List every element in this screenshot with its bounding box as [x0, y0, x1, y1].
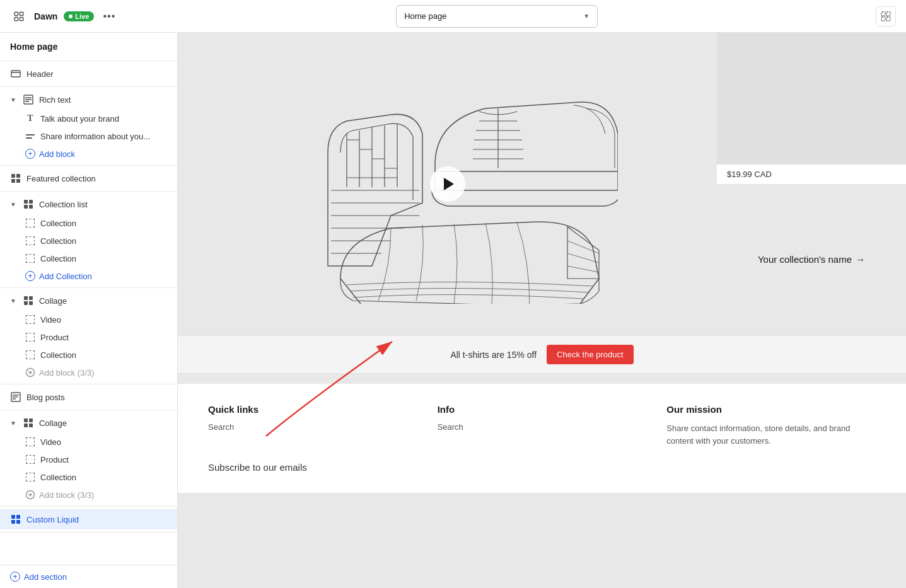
sidebar-child-video-2[interactable]: Video: [0, 433, 177, 451]
play-button[interactable]: [430, 166, 465, 202]
sidebar-item-header[interactable]: Header: [0, 64, 177, 84]
square-icon: [25, 350, 35, 360]
sidebar-item-label: Header: [26, 69, 54, 79]
sidebar-item-collage-2[interactable]: ▼ Collage: [0, 413, 177, 433]
svg-line-47: [567, 266, 599, 272]
plus-gray-icon: [25, 367, 35, 378]
sidebar-item-label: Blog posts: [26, 393, 65, 402]
square-icon: [25, 454, 35, 464]
sidebar-child-collection-c[interactable]: Collection: [0, 346, 177, 364]
sidebar-item-collage-1[interactable]: ▼ Collage: [0, 291, 177, 311]
arrow-icon: →: [856, 254, 865, 265]
text-t-icon: T: [25, 113, 35, 124]
sidebar-child-video[interactable]: Video: [0, 311, 177, 328]
collection-list-icon: [23, 199, 34, 210]
svg-rect-2: [15, 17, 18, 20]
add-section-button[interactable]: + Add section: [0, 565, 177, 588]
sidebar-item-featured-collection[interactable]: Featured collection: [0, 168, 177, 188]
sidebar-item-label: Custom Liquid: [26, 515, 79, 524]
sidebar-child-label: Collection: [40, 254, 76, 263]
lines-icon: [25, 131, 35, 141]
topbar-left: Dawn Live •••: [10, 8, 118, 25]
divider: [0, 384, 177, 384]
collection-name-text: Your collection's name: [758, 254, 852, 265]
square-icon: [25, 437, 35, 447]
sidebar-child-collection-1[interactable]: Collection: [0, 214, 177, 232]
square-icon: [25, 218, 35, 228]
sidebar-item-label: Collage: [39, 418, 67, 428]
footer-col-info: Info Search: [438, 404, 647, 447]
footer-mission-text: Share contact information, store details…: [666, 422, 876, 447]
square-icon: [25, 332, 35, 342]
divider: [0, 86, 177, 87]
footer-col-title-quick-links: Quick links: [208, 404, 417, 415]
grid-view-button[interactable]: [876, 6, 896, 26]
sidebar-child-label: Share information about you...: [40, 132, 150, 141]
sidebar-child-product-2[interactable]: Product: [0, 451, 177, 468]
collection-name-link[interactable]: Your collection's name →: [758, 254, 865, 265]
sidebar-child-collection-2[interactable]: Collection: [0, 232, 177, 250]
sidebar-child-collection-c2[interactable]: Collection: [0, 468, 177, 486]
svg-rect-3: [20, 17, 23, 20]
sidebar-child-product[interactable]: Product: [0, 328, 177, 346]
svg-rect-4: [881, 12, 885, 16]
footer-link-search-2[interactable]: Search: [438, 422, 647, 432]
add-block-label: Add block: [39, 149, 75, 159]
collage-product-image: [717, 33, 906, 164]
more-icon: •••: [103, 11, 115, 22]
live-badge: Live: [64, 11, 94, 21]
collage-icon: [23, 295, 34, 306]
expand-arrow: ▼: [10, 297, 16, 304]
preview-container: $19.99 CAD Your collection's name → All …: [178, 33, 906, 493]
sidebar-item-rich-text[interactable]: ▼ Rich text: [0, 89, 177, 110]
sidebar-child-label: Talk about your brand: [40, 114, 119, 124]
custom-liquid-icon: [10, 514, 21, 525]
sidebar-child-label: Product: [40, 333, 69, 342]
sidebar-child-label: Collection: [40, 350, 76, 360]
page-selector[interactable]: Home page ▼: [396, 5, 598, 28]
sidebar: Home page Header ▼: [0, 33, 178, 588]
divider: [0, 165, 177, 166]
sidebar-item-collection-list[interactable]: ▼ Collection list: [0, 194, 177, 214]
sidebar-child-label: Product: [40, 455, 69, 464]
divider: [0, 191, 177, 192]
live-dot: [69, 14, 73, 18]
footer-section: Quick links Search Info Search Our missi…: [178, 384, 906, 493]
footer-col-title-mission: Our mission: [666, 404, 876, 415]
svg-rect-6: [881, 17, 885, 21]
sidebar-item-custom-liquid[interactable]: Custom Liquid: [0, 509, 177, 529]
divider: [0, 61, 177, 61]
rich-text-icon: [23, 94, 34, 105]
price-text: $19.99 CAD: [727, 170, 772, 179]
svg-rect-8: [11, 71, 20, 77]
sidebar-item-label: Featured collection: [26, 174, 96, 183]
sidebar-item-blog-posts[interactable]: Blog posts: [0, 387, 177, 407]
check-product-button[interactable]: Check the product: [547, 345, 634, 364]
main-layout: Home page Header ▼: [0, 33, 906, 588]
live-label: Live: [75, 13, 89, 20]
plus-icon: +: [25, 271, 35, 281]
more-button[interactable]: •••: [100, 8, 118, 25]
sidebar-child-share-info[interactable]: Share information about you...: [0, 127, 177, 145]
header-icon: [10, 68, 21, 79]
sidebar-child-talk-brand[interactable]: T Talk about your brand: [0, 110, 177, 127]
footer-grid: Quick links Search Info Search Our missi…: [208, 404, 876, 447]
sidebar-item-label: Collage: [39, 296, 67, 306]
add-section-label: Add section: [24, 572, 67, 582]
divider: [0, 287, 177, 288]
sidebar-child-collection-3[interactable]: Collection: [0, 250, 177, 267]
add-collection-label: Add Collection: [39, 272, 92, 281]
topbar: Dawn Live ••• Home page ▼: [0, 0, 906, 33]
footer-link-search-1[interactable]: Search: [208, 422, 417, 432]
square-icon: [25, 236, 35, 246]
square-icon: [25, 253, 35, 263]
footer-col-title-info: Info: [438, 404, 647, 415]
back-button[interactable]: [10, 8, 28, 25]
announcement-bar: All t-shirts are 15% off Check the produ…: [178, 335, 906, 374]
add-block-collage2-disabled: Add block (3/3): [0, 486, 177, 504]
add-collection-button[interactable]: + Add Collection: [0, 267, 177, 285]
collage-2-icon: [23, 417, 34, 429]
add-block-rich-text[interactable]: + Add block: [0, 145, 177, 163]
collage-side-panel: $19.99 CAD Your collection's name →: [717, 33, 906, 335]
add-block-disabled-label-2: Add block (3/3): [39, 490, 94, 500]
